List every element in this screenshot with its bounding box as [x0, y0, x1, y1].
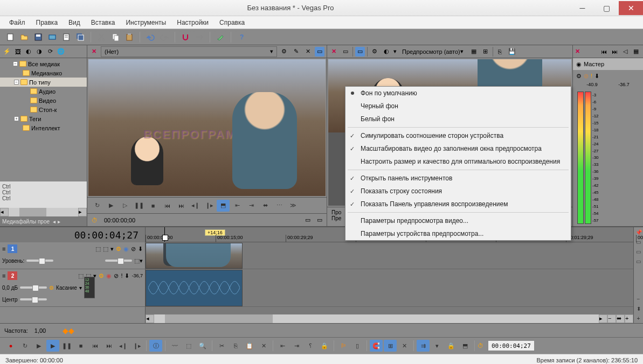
menu-edit[interactable]: Правка [31, 17, 63, 28]
trimmer-dropdown[interactable]: (Нет)▾ [101, 46, 277, 57]
lute-icon[interactable] [215, 31, 226, 43]
tree-onset[interactable]: Медианако [0, 68, 87, 78]
normal-edit-icon[interactable]: Ⓘ [149, 340, 162, 352]
tree-bytype[interactable]: −По типу [0, 78, 87, 87]
paste-icon[interactable] [123, 31, 135, 43]
cut-icon[interactable] [95, 31, 107, 43]
marker-icon[interactable]: 🏳 [337, 340, 350, 352]
delete-button[interactable]: ✕ [257, 340, 270, 352]
side-zoom-out-icon[interactable]: − [634, 294, 643, 304]
audio-track-lane[interactable] [146, 269, 633, 307]
ctx-bg-default[interactable]: Фон по умолчанию [345, 87, 571, 100]
tool1-icon[interactable]: ◐ [24, 47, 33, 57]
prev-frame-icon[interactable]: ◂❙ [189, 200, 202, 212]
next-frame-icon[interactable]: ❙▸ [203, 200, 216, 212]
video-clip[interactable] [146, 243, 243, 269]
ctx-open-toolbar[interactable]: ✓Открыть панель инструментов [345, 172, 571, 185]
paste-button[interactable]: 📋 [243, 340, 256, 352]
snap-toggle-icon[interactable]: 🧲 [370, 340, 383, 352]
audio-vol-slider[interactable] [20, 286, 47, 289]
master-solo-icon[interactable]: ! [591, 73, 592, 79]
prev-frame-button[interactable]: ◂❙ [116, 340, 129, 352]
prev-fx-icon[interactable]: ⚙ [370, 47, 379, 57]
menu-tools[interactable]: Инструменты [121, 17, 171, 28]
go-end-icon[interactable]: ⏭ [175, 200, 188, 212]
bolt-icon[interactable]: ⚡ [2, 47, 12, 57]
transport-timecode[interactable]: 00:00:04;27 [488, 340, 535, 351]
picture-icon[interactable]: 🖼 [13, 47, 23, 57]
menu-insert[interactable]: Вставка [86, 17, 120, 28]
ctx-device-params[interactable]: Параметры устройства предпросмотра... [345, 227, 571, 240]
tree-audio[interactable]: Аудио [0, 87, 87, 96]
loop-icon[interactable]: ↻ [91, 200, 103, 212]
audio-clip[interactable] [146, 270, 243, 306]
copy-button[interactable]: ⎘ [229, 340, 242, 352]
explorer-tab-label[interactable]: Медиафайлы прое [2, 219, 50, 225]
trimmer-viewport[interactable]: ВСЕПРОГРАМЫ.РУ [88, 59, 326, 196]
ctx-adjust[interactable]: Настроить размер и качество для оптималь… [345, 155, 571, 168]
video-level-slider[interactable] [26, 260, 53, 262]
master-tool2-icon[interactable]: ⏭ [610, 47, 619, 57]
tree-intel[interactable]: Интеллект [0, 123, 87, 132]
close-panel-icon[interactable]: ✕ [92, 48, 96, 55]
tool2-icon[interactable]: ◑ [34, 47, 44, 57]
audio-track-header[interactable]: ≡2 ⬚⬚▾ ⚙ ◉ ⊘!⬇ -36,7 0,0 дБ ⚙ Касание▾ 1… [0, 269, 145, 307]
insert-before-icon[interactable]: ⇤ [231, 200, 244, 212]
trim-end-icon[interactable]: ⇥ [290, 340, 303, 352]
lock-env-icon[interactable]: 🔒 [445, 340, 458, 352]
play-button[interactable]: ▶ [46, 340, 59, 352]
tree-video[interactable]: Видео [0, 96, 87, 105]
tool-zoom-icon[interactable]: 🔍 [196, 340, 209, 352]
ctx-scale-fill[interactable]: ✓Масштабировать видео до заполнения окна… [345, 142, 571, 155]
explorer-scrollbar[interactable]: ◂▸ [0, 208, 87, 216]
save-icon[interactable] [32, 31, 44, 43]
tree-tags[interactable]: +Теги [0, 114, 87, 123]
go-start-icon[interactable]: ⏮ [161, 200, 174, 212]
prev-grid-icon[interactable]: ⊞ [481, 47, 490, 57]
trim-tool1-icon[interactable]: ✎ [291, 47, 301, 57]
menu-view[interactable]: Вид [64, 17, 85, 28]
prev-save-icon[interactable]: 💾 [507, 47, 517, 57]
side-t2-icon[interactable]: ▭ [634, 247, 643, 256]
ctx-bg-black[interactable]: Черный фон [345, 100, 571, 113]
tree-stop[interactable]: Стоп-к [0, 105, 87, 114]
track-vfx-icon[interactable]: ⬚ [95, 246, 101, 253]
save-all-icon[interactable] [74, 31, 86, 43]
play-icon[interactable]: ▶ [105, 200, 117, 212]
preview-close-icon[interactable]: ✕ [331, 48, 336, 55]
more1-icon[interactable]: ⋯ [273, 200, 286, 212]
next-frame-button[interactable]: ❙▸ [130, 340, 143, 352]
menu-help[interactable]: Справка [215, 17, 250, 28]
tool-envelope-icon[interactable]: 〰 [168, 340, 181, 352]
audio-pan-slider[interactable] [20, 298, 47, 300]
pause-icon[interactable]: ❚❚ [133, 200, 146, 212]
insert-after-icon[interactable]: ⇥ [245, 200, 258, 212]
ignore-group-icon[interactable]: ⬒ [459, 340, 472, 352]
ripple-mode-icon[interactable]: ▾ [431, 340, 444, 352]
render-icon[interactable] [46, 31, 58, 43]
timeline-scrollbar[interactable]: ◂▸−⬌+ [146, 314, 633, 323]
track-vchain-icon[interactable]: ⬚ [103, 246, 108, 253]
preview-quality-dropdown[interactable]: Предпросмотр (авто) ▾ [399, 46, 467, 57]
region-icon[interactable]: ▯ [351, 340, 364, 352]
prev-overlay-icon[interactable]: ▦ [469, 47, 479, 57]
tool-select-icon[interactable]: ⬚ [182, 340, 195, 352]
play-from-icon[interactable]: ▷ [119, 200, 132, 212]
add-media-icon[interactable]: ⬒ [217, 200, 230, 212]
fx-icon[interactable]: ⚙ [279, 47, 289, 57]
side-zoom-fit-icon[interactable]: ⬍ [634, 304, 643, 313]
minimize-button[interactable]: ─ [570, 1, 594, 15]
copy-icon[interactable] [109, 31, 121, 43]
redo-icon[interactable] [158, 31, 170, 43]
prev-monitor-icon[interactable]: ▭ [355, 47, 365, 57]
record-icon[interactable]: ● [4, 340, 17, 352]
play-all-icon[interactable]: ▶ [32, 340, 45, 352]
stop-button[interactable]: ■ [74, 340, 87, 352]
prev-copy-icon[interactable]: ⎘ [495, 47, 505, 57]
refresh-icon[interactable]: ⟳ [45, 47, 55, 57]
trim-monitor-icon[interactable]: ▭ [315, 47, 324, 57]
master-tool4-icon[interactable]: ▦ [631, 47, 641, 57]
new-icon[interactable] [4, 31, 16, 43]
quantize-icon[interactable]: ⊞ [384, 340, 397, 352]
pause-button[interactable]: ❚❚ [60, 340, 73, 352]
